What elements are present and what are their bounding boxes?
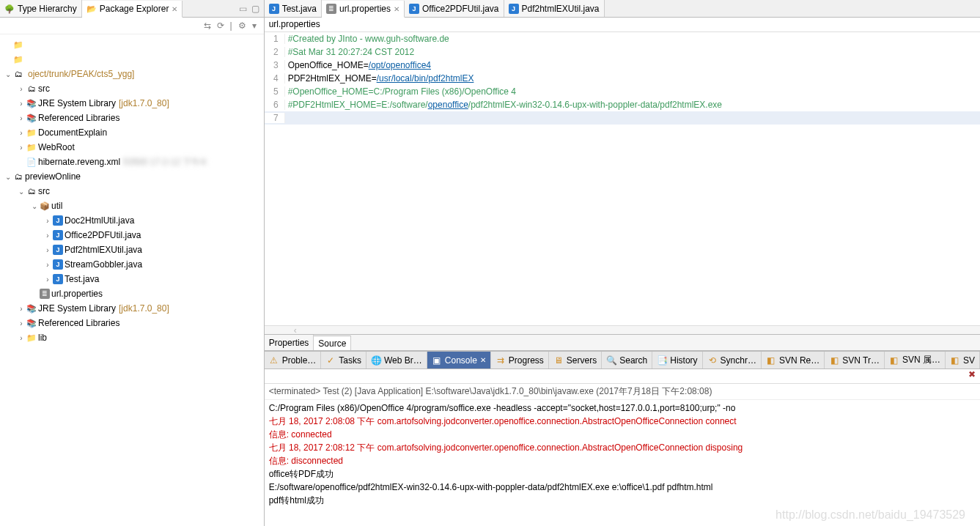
- tree-decorator: [jdk1.7.0_80]: [119, 303, 169, 314]
- twisty-icon[interactable]: ›: [16, 114, 26, 122]
- tree-item[interactable]: ⌄📦util: [0, 199, 264, 213]
- view-tab[interactable]: 📑History: [652, 352, 702, 368]
- tree-item[interactable]: ›📁lib: [0, 330, 264, 345]
- code-line[interactable]: 4PDF2HtmlEX_HOME=/usr/local/bin/pdf2html…: [265, 72, 980, 85]
- folder-icon: 📁: [26, 142, 37, 152]
- twisty-icon[interactable]: ›: [16, 334, 26, 342]
- editor-breadcrumb[interactable]: url.properties: [265, 18, 980, 32]
- toolbar-icon[interactable]: ⚙: [238, 21, 246, 31]
- twisty-icon[interactable]: ›: [43, 246, 53, 254]
- code-line[interactable]: 2#Sat Mar 31 20:27:24 CST 2012: [265, 45, 980, 59]
- tree-item[interactable]: ›📚JRE System Library[jdk1.7.0_80]: [0, 301, 264, 316]
- console-line: office转PDF成功: [269, 467, 976, 481]
- editor-tab[interactable]: JPdf2htmlEXUtil.java: [504, 0, 605, 17]
- toolbar-icon[interactable]: ⟳: [217, 21, 224, 31]
- left-tab-type-hierarchy[interactable]: 🌳Type Hierarchy: [0, 0, 82, 17]
- twisty-icon[interactable]: ›: [43, 231, 53, 240]
- view-tab[interactable]: ✓Tasks: [321, 352, 366, 368]
- package-explorer-tree[interactable]: 📁📁⌄🗂oject/trunk/PEAK/cts5_ygg]›🗂src›📚JRE…: [0, 34, 264, 526]
- twisty-icon[interactable]: ⌄: [16, 188, 26, 196]
- editor-tab[interactable]: JTest.java: [265, 0, 322, 17]
- view-tab[interactable]: ◧SVN Re…: [762, 352, 825, 368]
- twisty-icon[interactable]: ›: [16, 144, 26, 152]
- editor-horizontal-scroll[interactable]: ‹: [265, 325, 980, 334]
- view-tab[interactable]: 🔍Search: [602, 352, 652, 368]
- twisty-icon[interactable]: ›: [16, 305, 26, 313]
- tree-item[interactable]: ›JDoc2HtmlUtil.java: [0, 213, 264, 228]
- code-line[interactable]: 1#Created by JInto - www.guh-software.de: [265, 32, 980, 45]
- minimize-icon[interactable]: ▭: [239, 4, 247, 14]
- tree-label: url.properties: [51, 289, 103, 299]
- tree-label: JRE System Library: [38, 303, 116, 314]
- code-editor[interactable]: 1#Created by JInto - www.guh-software.de…: [265, 32, 980, 325]
- code-line[interactable]: 3OpenOffice_HOME=/opt/openoffice4: [265, 59, 980, 72]
- tree-item[interactable]: ›JTest.java: [0, 272, 264, 286]
- tree-item[interactable]: ›JOffice2PDFUtil.java: [0, 228, 264, 242]
- tree-label: Referenced Libraries: [38, 318, 119, 328]
- tree-item[interactable]: ›JStreamGobbler.java: [0, 257, 264, 272]
- tree-item[interactable]: ›📁WebRoot: [0, 140, 264, 155]
- tree-item[interactable]: 📁: [0, 37, 264, 52]
- twisty-icon[interactable]: ⌄: [3, 173, 13, 181]
- code-line[interactable]: 7: [265, 111, 980, 125]
- view-tab[interactable]: ⟲Synchr…: [703, 352, 762, 368]
- tree-item[interactable]: ›JPdf2htmlEXUtil.java: [0, 242, 264, 257]
- toolbar-icon[interactable]: |: [230, 21, 232, 31]
- toolbar-icon[interactable]: ⇆: [204, 21, 211, 31]
- tree-item[interactable]: ⌄🗂previewOnline: [0, 169, 264, 184]
- editor-tab[interactable]: ≣url.properties✕: [322, 1, 405, 18]
- left-tab-package-explorer[interactable]: 📂Package Explorer✕: [82, 1, 183, 18]
- tree-item[interactable]: ›🗂src: [0, 81, 264, 96]
- view-label: Progress: [509, 355, 544, 366]
- twisty-icon[interactable]: ›: [43, 275, 53, 284]
- close-icon[interactable]: ✕: [172, 5, 177, 13]
- tree-item[interactable]: 📄hibernate.reveng.xml53500 17-2-12 下午4:: [0, 155, 264, 169]
- view-tab[interactable]: ⚠Proble…: [265, 352, 322, 368]
- editor-area: url.properties 1#Created by JInto - www.…: [265, 18, 980, 350]
- view-tab[interactable]: ◧SV: [946, 352, 980, 368]
- tree-item[interactable]: 📁: [0, 52, 264, 67]
- tree-item[interactable]: ⌄🗂src: [0, 184, 264, 199]
- twisty-icon[interactable]: ›: [16, 319, 26, 327]
- console-line: E:/software/openoffice/pdf2htmlEX-win32-…: [269, 481, 976, 494]
- tree-item[interactable]: ›📚Referenced Libraries: [0, 111, 264, 125]
- twisty-icon[interactable]: ›: [16, 85, 26, 93]
- folder-icon: 🗂: [13, 171, 23, 182]
- view-tab[interactable]: ⇉Progress: [491, 352, 549, 368]
- java-file-icon: J: [53, 259, 63, 270]
- close-icon[interactable]: ✕: [394, 5, 399, 13]
- twisty-icon[interactable]: ⌄: [29, 202, 40, 210]
- view-tab[interactable]: 🖥Servers: [549, 352, 602, 368]
- console-output[interactable]: C:/Program Files (x86)/OpenOffice 4/prog…: [265, 400, 980, 526]
- twisty-icon[interactable]: ›: [43, 217, 53, 225]
- twisty-icon[interactable]: ›: [16, 100, 26, 108]
- close-icon[interactable]: ✕: [480, 356, 486, 364]
- view-icon: ◧: [889, 355, 899, 366]
- view-tab[interactable]: ◧SVN 属…: [885, 352, 946, 368]
- tree-item[interactable]: ⌄🗂oject/trunk/PEAK/cts5_ygg]: [0, 67, 264, 81]
- twisty-icon[interactable]: ⌄: [3, 70, 13, 78]
- tree-item[interactable]: ›📚JRE System Library[jdk1.7.0_80]: [0, 96, 264, 111]
- code-line[interactable]: 6#PDF2HtmlEX_HOME=E:/software/openoffice…: [265, 98, 980, 111]
- tree-label: Referenced Libraries: [38, 113, 119, 123]
- editor-source-tab[interactable]: Source: [314, 336, 351, 350]
- code-line[interactable]: 5#OpenOffice_HOME=C:/Program Files (x86)…: [265, 85, 980, 98]
- view-label: SVN Re…: [779, 355, 819, 366]
- twisty-icon[interactable]: ›: [43, 261, 53, 269]
- view-tab[interactable]: 🌐Web Br…: [366, 352, 427, 368]
- view-tab[interactable]: ◧SVN Tr…: [825, 352, 885, 368]
- console-line: 七月 18, 2017 2:08:08 下午 com.artofsolving.…: [269, 415, 976, 428]
- editor-tab[interactable]: JOffice2PDFUtil.java: [405, 0, 504, 17]
- twisty-icon[interactable]: ›: [16, 129, 26, 137]
- editor-source-tab[interactable]: Properties: [265, 335, 314, 350]
- terminate-icon[interactable]: ✖: [968, 369, 976, 383]
- maximize-icon[interactable]: ▢: [251, 4, 259, 14]
- view-tab[interactable]: ▣Console✕: [427, 352, 491, 368]
- folder-icon: 📁: [26, 127, 37, 138]
- tree-item[interactable]: ›📁DocumentExplain: [0, 125, 264, 140]
- line-number: 5: [265, 86, 285, 97]
- toolbar-icon[interactable]: ▾: [252, 21, 257, 31]
- tree-label: StreamGobbler.java: [65, 259, 142, 270]
- tree-item[interactable]: ›📚Referenced Libraries: [0, 316, 264, 330]
- tree-item[interactable]: ≣url.properties: [0, 286, 264, 301]
